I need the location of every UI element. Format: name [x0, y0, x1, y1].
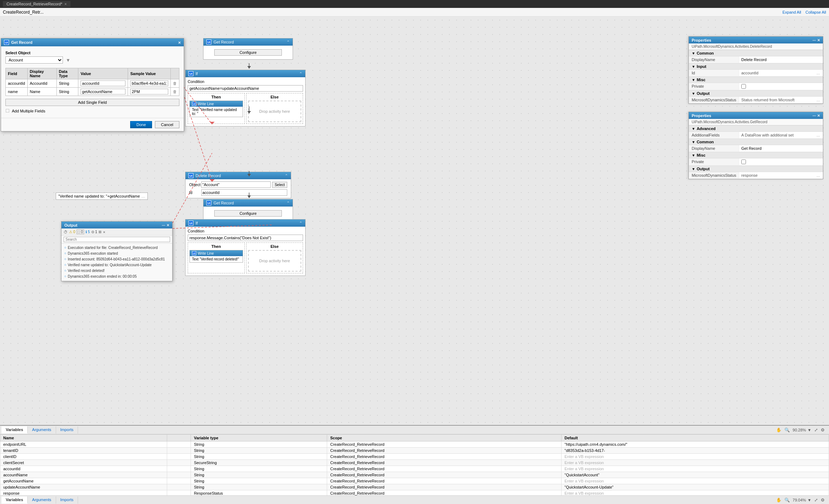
cancel-btn[interactable]: Cancel	[155, 121, 179, 128]
output-minimize-btn[interactable]: ─	[162, 223, 165, 227]
props-close-2[interactable]: ×	[817, 113, 820, 118]
expand-all-btn[interactable]: Expand All	[783, 10, 801, 14]
props-ellipsis-btn[interactable]: …	[816, 174, 821, 177]
collapse-all-btn[interactable]: Collapse All	[806, 10, 826, 14]
delete-collapse[interactable]: ⌃	[285, 174, 288, 178]
props-section-header[interactable]: ▼ Advanced	[689, 125, 823, 132]
props-key: DisplayName	[689, 56, 739, 63]
if-icon-1: UI	[188, 71, 193, 76]
if-collapse-2[interactable]: ⌃	[299, 221, 302, 226]
tab-variables-2[interactable]: Variables	[1, 496, 28, 504]
get-record-collapse-1[interactable]: ⌃	[287, 40, 290, 45]
add-single-field-btn[interactable]: Add Single Field	[5, 99, 179, 106]
done-btn[interactable]: Done	[130, 121, 152, 128]
object-select[interactable]: Account	[5, 56, 63, 64]
toolbar-grid[interactable]: ⊞	[99, 230, 101, 234]
condition-input-1[interactable]	[188, 85, 303, 92]
props-section-header[interactable]: ▼ Input	[689, 63, 823, 70]
expand-icon: ▼	[692, 140, 695, 144]
tab-imports[interactable]: Imports	[56, 426, 78, 434]
get-record-collapse-2[interactable]: ⌃	[287, 201, 290, 205]
delete-id-input[interactable]	[201, 189, 287, 196]
props-close-1[interactable]: ×	[817, 38, 820, 42]
tab-variables[interactable]: Variables	[1, 426, 28, 434]
col-var-type: Variable type	[191, 435, 327, 441]
var-name: accountId	[0, 466, 167, 472]
condition-row-1: Condition	[188, 79, 303, 84]
props-checkbox[interactable]	[741, 84, 746, 89]
props-section-header[interactable]: ▼ Output	[689, 90, 823, 97]
menu-bar: CreateRecord_Retr... Expand All Collapse…	[0, 8, 829, 17]
props-section-header[interactable]: ▼ Common	[689, 50, 823, 56]
props-text-value: Delete Record	[741, 57, 766, 62]
toolbar-clear-btn[interactable]: ×	[103, 230, 105, 234]
output-search-input[interactable]	[64, 237, 170, 242]
field-sample-input[interactable]	[130, 89, 168, 94]
canvas[interactable]: UI Get Record × Select Object Account ▼ …	[0, 17, 829, 425]
var-type: String	[191, 478, 327, 484]
props-section-header[interactable]: ▼ Output	[689, 166, 823, 172]
field-delete-btn[interactable]: 🗑	[173, 89, 177, 94]
write-line-header-1: UI Write Line	[190, 101, 243, 107]
drop-zone-1[interactable]: Drop activity here	[248, 101, 302, 122]
expand-icon-1[interactable]: ⤢	[814, 427, 818, 433]
then-col-2: Then UI Write Line Text "Verified record…	[188, 242, 245, 273]
var-row: tenantID String CreateRecord_RetrieveRec…	[0, 448, 829, 454]
get-record-configure-1[interactable]: Configure	[214, 49, 282, 56]
props-row: MicrosoftDynamicsStatusresponse…	[689, 172, 823, 179]
get-record-configure-2[interactable]: Configure	[214, 210, 282, 217]
if-collapse-1[interactable]: ⌃	[299, 71, 302, 76]
output-header-controls: ─ ×	[162, 223, 169, 227]
settings-icon-2[interactable]: ⚙	[821, 498, 825, 503]
delete-select-btn[interactable]: Select	[272, 182, 287, 188]
output-close-btn[interactable]: ×	[166, 223, 169, 227]
expand-icon-2[interactable]: ⤢	[814, 498, 818, 503]
popup-close-btn[interactable]: ×	[178, 40, 181, 45]
search-icon-2: 🔍	[784, 498, 790, 503]
field-value-input[interactable]	[81, 89, 125, 94]
field-value-input[interactable]	[81, 80, 125, 86]
props-minimize-2[interactable]: ─	[812, 113, 816, 118]
tab-arguments-2[interactable]: Arguments	[28, 496, 56, 504]
fields-table: Field Display Name Data Type Value Sampl…	[5, 68, 179, 96]
log-text: Verified name updated to: QuickstartAcco…	[68, 262, 151, 268]
log-text: Dynamics365 execution ended in: 00:00:05	[68, 274, 137, 279]
props-ellipsis-btn[interactable]: …	[816, 71, 821, 75]
condition-input-2[interactable]	[188, 235, 303, 241]
toolbar-info[interactable]: ℹ 5	[86, 230, 90, 234]
toolbar-warning[interactable]: ⚠ 0	[69, 230, 75, 234]
expression-expand-btn[interactable]: …	[141, 194, 145, 198]
if-body-1: Condition Then UI Write Line Text	[186, 77, 305, 126]
tab-close[interactable]: ×	[64, 2, 67, 6]
props-checkbox[interactable]	[741, 159, 746, 164]
toolbar-circle[interactable]: ⊙ 1	[91, 230, 97, 234]
props-ellipsis-btn[interactable]: …	[816, 98, 821, 102]
props-section-header[interactable]: ▼ Common	[689, 139, 823, 145]
props-section-header[interactable]: ▼ Misc	[689, 77, 823, 83]
props-sections-1: ▼ CommonDisplayNameDelete Record▼ InputI…	[689, 50, 823, 103]
tab-create-record[interactable]: CreateRecord_RetrieveRecord* ×	[3, 1, 70, 7]
props-class-name-2: UiPath.MicrosoftDynamics.Activities.GetR…	[689, 119, 823, 125]
field-delete-btn[interactable]: 🗑	[173, 81, 177, 85]
props-ellipsis-btn[interactable]: …	[816, 133, 821, 137]
drop-zone-2[interactable]: Drop activity here	[248, 250, 302, 272]
else-label-1: Else	[248, 95, 302, 99]
tab-imports-2[interactable]: Imports	[56, 496, 78, 504]
field-sample-input[interactable]	[130, 80, 168, 86]
log-icon: ○	[64, 268, 66, 273]
tab-arguments[interactable]: Arguments	[28, 426, 56, 434]
props-row: MicrosoftDynamicsStatusStatus returned f…	[689, 97, 823, 103]
fields-row: name Name String 🗑	[6, 88, 179, 96]
delete-object-input[interactable]	[201, 181, 271, 188]
workspace: UI Get Record × Select Object Account ▼ …	[0, 17, 829, 425]
add-multiple-label[interactable]: Add Multiple Fields	[12, 109, 45, 113]
output-title: Output	[64, 223, 77, 227]
var-row: clientSecret SecureString CreateRecord_R…	[0, 460, 829, 466]
search-icon-bottom: 🔍	[784, 427, 790, 433]
props-section-header[interactable]: ▼ Misc	[689, 152, 823, 158]
props-row: AdditionalFieldsA DataRow with additiona…	[689, 132, 823, 139]
settings-icon-1[interactable]: ⚙	[821, 427, 825, 433]
expand-icon: ▼	[692, 92, 695, 96]
toolbar-square[interactable]: □ 0	[77, 230, 84, 234]
props-minimize-1[interactable]: ─	[812, 38, 816, 42]
